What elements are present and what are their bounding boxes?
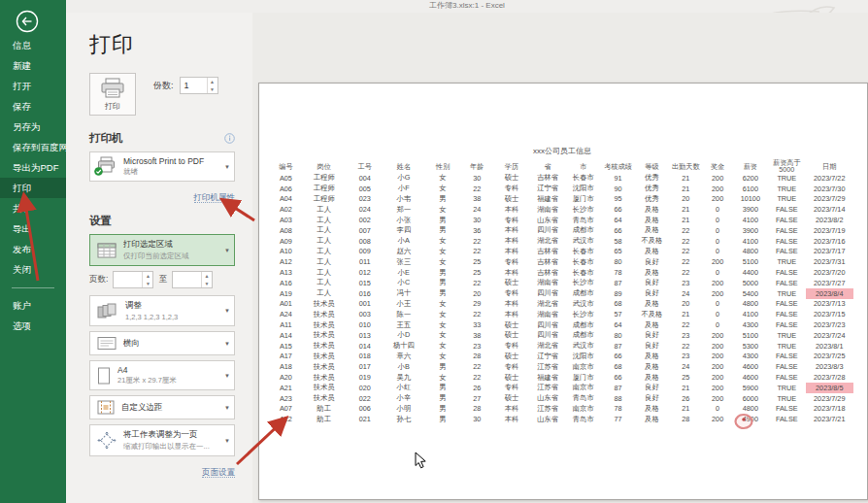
table-cell: 男 bbox=[425, 215, 461, 225]
table-cell: 017 bbox=[347, 361, 383, 372]
chevron-down-icon: ▼ bbox=[224, 164, 230, 170]
table-cell: 25 bbox=[669, 372, 703, 383]
copies-down-button[interactable]: ▼ bbox=[208, 85, 217, 93]
table-cell: 技术员 bbox=[301, 361, 348, 372]
pages-from-up[interactable]: ▲ bbox=[143, 272, 152, 280]
sidebar-item-打印[interactable]: 打印 bbox=[0, 178, 66, 198]
table-cell: 不及格 bbox=[635, 309, 669, 319]
printer-dropdown[interactable]: Microsoft Print to PDF 就绪 ▼ bbox=[89, 151, 235, 182]
printer-properties-link[interactable]: 打印机属性 bbox=[194, 192, 236, 203]
sidebar-item-保存到百度网盘[interactable]: 保存到百度网盘 bbox=[0, 137, 66, 157]
print-button[interactable]: 打印 bbox=[89, 73, 136, 116]
sidebar-item-关闭[interactable]: 关闭 bbox=[0, 259, 66, 280]
table-cell: 22 bbox=[669, 225, 703, 236]
table-cell: 本科 bbox=[493, 204, 530, 215]
sidebar-item-账户[interactable]: 账户 bbox=[0, 295, 66, 316]
table-row: A20技术员019吴九女22硕士福建省厦门市66及格252004600FALSE… bbox=[271, 372, 853, 383]
sidebar-item-打开[interactable]: 打开 bbox=[0, 76, 66, 96]
table-cell: 本科 bbox=[493, 309, 530, 319]
table-cell: 吉林省 bbox=[530, 247, 566, 257]
sidebar-item-另存为[interactable]: 另存为 bbox=[0, 117, 66, 137]
table-cell: 本科 bbox=[493, 267, 530, 278]
table-cell: 008 bbox=[347, 236, 383, 247]
table-cell: 23 bbox=[669, 330, 703, 341]
table-cell: 2023/7/18 bbox=[806, 404, 854, 415]
table-cell: 200 bbox=[703, 173, 733, 184]
table-cell: 小韦 bbox=[383, 194, 425, 205]
table-cell: 77 bbox=[601, 414, 635, 424]
table-row: A05工程师004小G女30硕士吉林省长春市91优秀212006200TRUE2… bbox=[271, 173, 853, 184]
table-cell: 22 bbox=[460, 309, 493, 319]
table-cell: 山东省 bbox=[530, 215, 566, 225]
column-header: 工号 bbox=[347, 159, 383, 173]
table-cell: 工程师 bbox=[301, 194, 348, 205]
table-cell: 小明 bbox=[383, 404, 425, 415]
collation-dropdown[interactable]: 调整 1,2,3 1,2,3 1,2,3 ▼ bbox=[89, 295, 235, 326]
copies-up-button[interactable]: ▲ bbox=[208, 78, 217, 85]
sidebar-item-信息[interactable]: 信息 bbox=[0, 35, 66, 55]
pages-to-down[interactable]: ▼ bbox=[202, 280, 212, 287]
sidebar-item-保存[interactable]: 保存 bbox=[0, 96, 66, 117]
table-cell: 优秀 bbox=[635, 173, 669, 184]
column-header: 等级 bbox=[635, 159, 669, 173]
table-cell: TRUE bbox=[768, 341, 805, 352]
sidebar-item-发布[interactable]: 发布 bbox=[0, 239, 66, 259]
table-cell: 24 bbox=[669, 361, 703, 372]
info-icon[interactable] bbox=[224, 133, 235, 144]
table-cell: 男 bbox=[425, 414, 461, 424]
chevron-down-icon: ▼ bbox=[224, 373, 230, 379]
table-cell: 2023/7/13 bbox=[806, 299, 854, 310]
table-cell: 5400 bbox=[733, 288, 769, 299]
table-cell: 本科 bbox=[493, 247, 530, 257]
sidebar-item-新建[interactable]: 新建 bbox=[0, 55, 66, 76]
back-button[interactable] bbox=[16, 10, 39, 33]
pages-from-down[interactable]: ▼ bbox=[143, 280, 152, 287]
page-setup-link[interactable]: 页面设置 bbox=[202, 467, 235, 478]
table-cell: 女 bbox=[425, 173, 461, 184]
table-cell: 山东省 bbox=[530, 414, 566, 424]
table-cell: 200 bbox=[703, 278, 733, 288]
table-cell: 33 bbox=[460, 319, 493, 330]
table-cell: 成都市 bbox=[565, 330, 601, 341]
table-cell: 200 bbox=[703, 393, 733, 404]
table-cell: 及格 bbox=[635, 404, 669, 415]
printer-device-icon bbox=[97, 156, 117, 177]
table-cell: A14 bbox=[271, 330, 301, 341]
pages-to-stepper[interactable]: ▲▼ bbox=[172, 271, 213, 288]
orientation-dropdown[interactable]: 横向 ▼ bbox=[89, 331, 235, 355]
copies-stepper[interactable]: 1 ▲ ▼ bbox=[180, 77, 218, 94]
table-row: A23技术员022小辛男27硕士山东省青岛市88良好262006000TRUE2… bbox=[271, 393, 853, 404]
table-cell: 湖南省 bbox=[530, 278, 566, 288]
chevron-down-icon: ▼ bbox=[224, 308, 230, 314]
pages-to-up[interactable]: ▲ bbox=[202, 272, 212, 280]
table-cell: 4800 bbox=[733, 247, 769, 257]
table-cell: 小辛 bbox=[383, 393, 425, 404]
print-area-dropdown[interactable]: 打印选定区域 仅打印当前选定区域 ▼ bbox=[89, 234, 235, 266]
copies-value: 1 bbox=[181, 78, 207, 93]
pages-from-stepper[interactable]: ▲▼ bbox=[113, 271, 153, 288]
table-cell: 024 bbox=[347, 204, 383, 215]
column-header: 薪资高于 5000 bbox=[768, 159, 805, 173]
table-cell: 87 bbox=[601, 383, 635, 393]
sidebar-item-导出[interactable]: 导出 bbox=[0, 218, 66, 239]
sidebar-item-共享[interactable]: 共享 bbox=[0, 198, 66, 218]
table-cell: 015 bbox=[347, 278, 383, 288]
table-cell: FALSE bbox=[768, 309, 805, 319]
table-row: A10工人009赵六女22本科吉林省长春市65及格2204800FALSE202… bbox=[271, 247, 853, 257]
table-cell: 002 bbox=[347, 215, 383, 225]
margins-dropdown[interactable]: 自定义边距 ▼ bbox=[89, 395, 235, 419]
sidebar-item-选项[interactable]: 选项 bbox=[0, 316, 66, 336]
table-cell: 200 bbox=[703, 256, 733, 267]
table-cell: 助工 bbox=[301, 414, 348, 424]
table-cell: 成都市 bbox=[565, 319, 601, 330]
sheet-title: xxx公司员工信息 bbox=[271, 146, 853, 156]
table-cell: 90 bbox=[601, 184, 635, 194]
paper-size-dropdown[interactable]: A4 21厘米 x 29.7厘米 ▼ bbox=[89, 360, 235, 390]
scaling-dropdown[interactable]: 将工作表调整为一页 缩减打印输出以显示在一... ▼ bbox=[89, 424, 235, 456]
table-row: A03工人002小张男30专科山东省青岛市64及格2104100FALSE202… bbox=[271, 215, 853, 225]
paper-size-subtitle: 21厘米 x 29.7厘米 bbox=[117, 376, 220, 386]
sheet-content: xxx公司员工信息 编号岗位工号姓名性别年龄学历省市考核成绩等级出勤天数奖金薪资… bbox=[271, 146, 853, 424]
sidebar-item-导出为PDF[interactable]: 导出为PDF bbox=[0, 157, 66, 178]
table-cell: 23 bbox=[460, 341, 493, 352]
table-row: A11技术员010王五女33硕士四川省成都市64及格2204300FALSE20… bbox=[271, 319, 853, 330]
